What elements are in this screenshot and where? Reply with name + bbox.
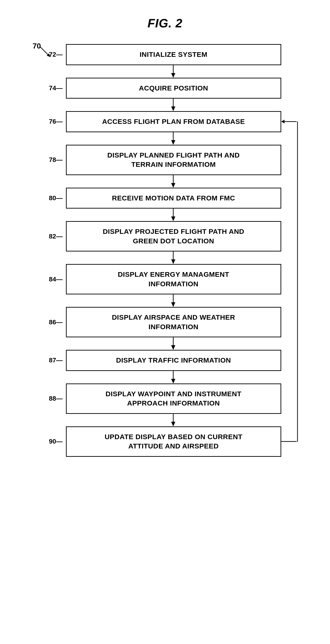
flow-row-84: 84— DISPLAY ENERGY MANAGMENTINFORMATION [49,264,281,294]
flow-row-78: 78— DISPLAY PLANNED FLIGHT PATH ANDTERRA… [49,145,281,175]
svg-marker-9 [171,140,175,145]
box-78: DISPLAY PLANNED FLIGHT PATH ANDTERRAIN I… [66,145,281,175]
flow-row-90: 90— UPDATE DISPLAY BASED ON CURRENTATTIT… [49,426,281,457]
ref-82: 82— [49,233,66,240]
svg-marker-13 [171,216,175,221]
arrow-72-74 [65,65,281,78]
svg-marker-15 [171,259,175,264]
arrow-87-88 [65,371,281,384]
flow-row-86: 86— DISPLAY AIRSPACE AND WEATHERINFORMAT… [49,307,281,337]
svg-marker-11 [171,183,175,188]
flowchart: 72— INITIALIZE SYSTEM 74— ACQUIRE POSITI… [26,44,304,457]
arrow-80-82 [65,208,281,221]
box-90: UPDATE DISPLAY BASED ON CURRENTATTITUDE … [66,426,281,457]
ref-74: 74— [49,84,66,92]
flow-row-82: 82— DISPLAY PROJECTED FLIGHT PATH ANDGRE… [49,221,281,252]
box-88: DISPLAY WAYPOINT AND INSTRUMENTAPPROACH … [66,384,281,414]
box-84: DISPLAY ENERGY MANAGMENTINFORMATION [66,264,281,294]
arrow-84-86 [65,294,281,307]
box-86: DISPLAY AIRSPACE AND WEATHERINFORMATION [66,307,281,337]
ref-87: 87— [49,356,66,364]
ref-76: 76— [49,118,66,125]
ref-78: 78— [49,156,66,164]
arrow-82-84 [65,252,281,264]
arrow-88-90 [65,414,281,426]
feedback-arrow [286,44,304,457]
svg-marker-17 [171,302,175,307]
flow-row-88: 88— DISPLAY WAYPOINT AND INSTRUMENTAPPRO… [49,384,281,414]
ref-72: 72— [49,51,66,58]
ref-88: 88— [49,395,66,402]
flow-row-72: 72— INITIALIZE SYSTEM [49,44,281,65]
box-76: ACCESS FLIGHT PLAN FROM DATABASE [66,111,281,132]
flow-row-74: 74— ACQUIRE POSITION [49,78,281,99]
ref-86: 86— [49,318,66,326]
ref-80: 80— [49,194,66,202]
flow-row-76: 76— ACCESS FLIGHT PLAN FROM DATABASE [49,111,281,132]
arrow-78-80 [65,175,281,188]
flow-row-87: 87— DISPLAY TRAFFIC INFORMATION [49,350,281,371]
ref-90: 90— [49,438,66,445]
page: FIG. 2 70 72— INITIALIZE SYSTEM [0,0,330,644]
arrow-86-87 [65,337,281,350]
box-80: RECEIVE MOTION DATA FROM FMC [66,188,281,209]
figure-title: FIG. 2 [0,9,330,30]
box-82: DISPLAY PROJECTED FLIGHT PATH ANDGREEN D… [66,221,281,252]
box-72: INITIALIZE SYSTEM [66,44,281,65]
svg-marker-7 [281,120,284,124]
box-87: DISPLAY TRAFFIC INFORMATION [66,350,281,371]
svg-marker-3 [171,73,175,78]
svg-marker-21 [171,379,175,384]
svg-marker-5 [171,106,175,111]
svg-marker-23 [171,422,175,426]
arrow-74-76 [65,98,281,111]
ref-84: 84— [49,276,66,283]
flow-row-80: 80— RECEIVE MOTION DATA FROM FMC [49,188,281,209]
feedback-arrowhead [281,118,297,125]
box-74: ACQUIRE POSITION [66,78,281,99]
svg-marker-19 [171,345,175,350]
feedback-line-from-90 [281,438,297,445]
arrow-76-78 [65,132,281,145]
